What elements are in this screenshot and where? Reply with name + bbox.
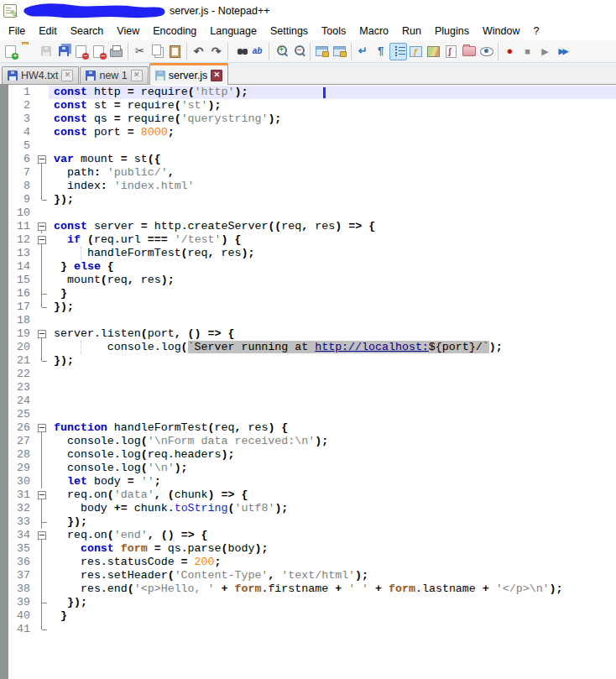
- fold-margin: [35, 556, 49, 569]
- code-line[interactable]: 5: [0, 139, 616, 153]
- menu-edit[interactable]: Edit: [32, 24, 64, 39]
- code-line[interactable]: 34 req.on('end', () => {: [0, 529, 616, 542]
- close-all-button[interactable]: −: [90, 43, 107, 60]
- print-button[interactable]: [107, 43, 125, 60]
- code-line[interactable]: 14 } else {: [0, 260, 616, 274]
- code-line[interactable]: 11const server = http.createServer((req,…: [0, 220, 616, 233]
- close-tab-icon[interactable]: ✕: [61, 70, 73, 81]
- close-tab-icon[interactable]: ✕: [211, 70, 222, 81]
- code-line[interactable]: 31 req.on('data', (chunk) => {: [0, 488, 616, 502]
- code-line[interactable]: 19server.listen(port, () => {: [0, 327, 616, 341]
- close-tab-icon[interactable]: ✕: [131, 70, 143, 81]
- code-line[interactable]: 32 body += chunk.toString('utf8');: [0, 502, 616, 515]
- indent-guide-button[interactable]: [389, 43, 407, 60]
- sync-horizontal-scroll-button[interactable]: [331, 43, 348, 60]
- sync-vertical-scroll-button[interactable]: [313, 43, 331, 60]
- code-line[interactable]: 30 let body = '';: [0, 475, 616, 488]
- code-line[interactable]: 24: [0, 394, 616, 408]
- fold-toggle[interactable]: [35, 327, 49, 341]
- code-line[interactable]: 4const port = 8000;: [0, 126, 616, 139]
- save-button[interactable]: [37, 43, 55, 60]
- menu-view[interactable]: View: [110, 24, 146, 39]
- fold-toggle[interactable]: [35, 421, 49, 435]
- menu-search[interactable]: Search: [64, 24, 111, 39]
- code-line[interactable]: 15 mount(req, res);: [0, 274, 616, 287]
- code-line[interactable]: 26function handleFormTest(req, res) {: [0, 421, 616, 435]
- menu-language[interactable]: Language: [203, 24, 264, 39]
- code-editor[interactable]: 1const http = require('http');2const st …: [0, 85, 616, 679]
- menu-tools[interactable]: Tools: [315, 24, 352, 39]
- code-line[interactable]: 10: [0, 206, 616, 220]
- code-line[interactable]: 20 console.log(`Server running at http:/…: [0, 341, 616, 354]
- find-button[interactable]: [231, 43, 248, 60]
- open-file-button[interactable]: [19, 43, 37, 60]
- monitoring-button[interactable]: [478, 43, 495, 60]
- fold-toggle[interactable]: [35, 153, 49, 166]
- copy-button[interactable]: [149, 43, 166, 60]
- zoom-out-button[interactable]: −: [290, 43, 307, 60]
- code-line[interactable]: 29 console.log('\n');: [0, 462, 616, 475]
- paste-button[interactable]: [166, 43, 184, 60]
- function-list-button[interactable]: [407, 43, 425, 60]
- menu-encoding[interactable]: Encoding: [146, 24, 203, 39]
- tab-new-1[interactable]: new 1✕: [80, 66, 148, 84]
- close-file-button[interactable]: −: [72, 43, 90, 60]
- code-line[interactable]: 28 console.log(req.headers);: [0, 448, 616, 462]
- code-text: req.on('end', () => {: [49, 529, 616, 542]
- code-line[interactable]: 7 path: 'public/',: [0, 166, 616, 180]
- code-line[interactable]: 12 if (req.url === '/test') {: [0, 233, 616, 247]
- undo-button[interactable]: ↶: [190, 43, 207, 60]
- code-line[interactable]: 3const qs = require('querystring');: [0, 112, 616, 126]
- code-line[interactable]: 9});: [0, 193, 616, 206]
- show-all-characters-button[interactable]: ¶: [372, 43, 389, 60]
- folder-as-workspace-button[interactable]: [460, 43, 478, 60]
- code-line[interactable]: 36 res.statusCode = 200;: [0, 556, 616, 569]
- code-line[interactable]: 33 });: [0, 515, 616, 529]
- tab-server-js[interactable]: server.js✕: [149, 63, 229, 85]
- code-line[interactable]: 37 res.setHeader('Content-Type', 'text/h…: [0, 569, 616, 582]
- code-line[interactable]: 8 index: 'index.html': [0, 180, 616, 193]
- code-line[interactable]: 40 }: [0, 609, 616, 623]
- new-file-button[interactable]: +: [2, 43, 19, 60]
- cut-button[interactable]: ✂: [131, 43, 149, 60]
- code-line[interactable]: 18: [0, 314, 616, 327]
- code-line[interactable]: 35 const form = qs.parse(body);: [0, 542, 616, 556]
- redo-button[interactable]: ↷: [207, 43, 225, 60]
- fold-toggle[interactable]: [35, 488, 49, 502]
- code-line[interactable]: 16 }: [0, 287, 616, 300]
- menu-plugins[interactable]: Plugins: [428, 24, 476, 39]
- macro-run-multiple-button[interactable]: ▶▶: [554, 43, 572, 60]
- menu-macro[interactable]: Macro: [352, 24, 395, 39]
- code-line[interactable]: 17});: [0, 300, 616, 314]
- code-line[interactable]: 21});: [0, 354, 616, 368]
- code-line[interactable]: 22: [0, 368, 616, 381]
- menu-file[interactable]: File: [2, 24, 32, 39]
- word-wrap-button[interactable]: ↵: [354, 43, 372, 60]
- code-line[interactable]: 13 handleFormTest(req, res);: [0, 247, 616, 260]
- code-line[interactable]: 39 });: [0, 596, 616, 609]
- menu-settings[interactable]: Settings: [264, 24, 315, 39]
- document-map-button[interactable]: [425, 43, 442, 60]
- menu-window[interactable]: Window: [476, 24, 526, 39]
- code-line[interactable]: 6var mount = st({: [0, 153, 616, 166]
- code-line[interactable]: 25: [0, 408, 616, 421]
- code-line[interactable]: 38 res.end('<p>Hello, ' + form.firstname…: [0, 582, 616, 596]
- code-line[interactable]: 23: [0, 381, 616, 394]
- save-all-button[interactable]: [55, 43, 72, 60]
- menu-help[interactable]: ?: [526, 24, 546, 39]
- zoom-in-button[interactable]: +: [272, 43, 290, 60]
- replace-button[interactable]: ab: [248, 43, 266, 60]
- tab-hw4-txt[interactable]: HW4.txt✕: [2, 66, 79, 84]
- macro-play-button[interactable]: ▶: [536, 43, 554, 60]
- menu-run[interactable]: Run: [395, 24, 428, 39]
- macro-record-button[interactable]: ●: [501, 43, 519, 60]
- code-line[interactable]: 2const st = require('st');: [0, 99, 616, 112]
- document-switcher-button[interactable]: [442, 43, 460, 60]
- fold-toggle[interactable]: [35, 529, 49, 542]
- fold-toggle[interactable]: [35, 233, 49, 247]
- fold-toggle[interactable]: [35, 220, 49, 233]
- macro-stop-button[interactable]: ■: [519, 43, 536, 60]
- code-line[interactable]: 41: [0, 623, 616, 636]
- code-line[interactable]: 1const http = require('http');: [0, 86, 616, 99]
- code-line[interactable]: 27 console.log('\nForm data received:\n'…: [0, 435, 616, 448]
